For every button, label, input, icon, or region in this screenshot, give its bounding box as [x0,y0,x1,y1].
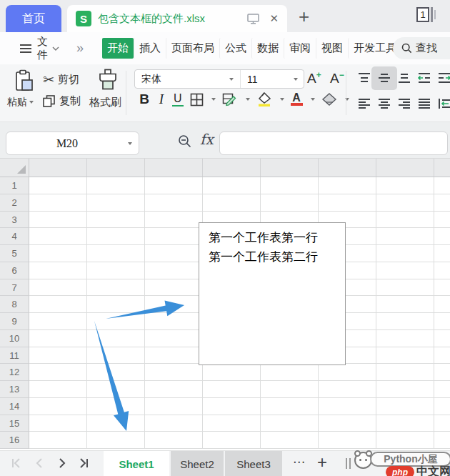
row-cells[interactable] [29,194,450,212]
grid-row[interactable]: 1 [0,177,450,194]
row-header[interactable]: 7 [0,279,29,297]
sheet-tab-sheet3[interactable]: Sheet3 [225,451,282,476]
tab-bar-resize-grip[interactable] [346,458,351,469]
dropdown-caret[interactable] [211,98,216,101]
formula-input[interactable] [219,132,448,155]
cut-button[interactable]: ✂ 剪切 [43,71,79,88]
sheet-list-button[interactable]: ⋯ [293,455,306,470]
grid-row[interactable]: 15 [0,415,450,432]
zoom-magnifier-icon[interactable] [178,134,192,149]
wrap-text-icon[interactable] [437,98,450,109]
next-sheet-icon[interactable] [56,457,69,470]
row-cells[interactable] [29,432,450,449]
tab-insert[interactable]: 插入 [134,38,166,59]
row-cells[interactable] [29,415,450,432]
draw-border-icon[interactable] [222,93,238,106]
row-cells[interactable] [29,364,450,381]
decrease-indent-icon[interactable] [417,72,431,84]
increase-indent-icon[interactable] [437,72,450,84]
share-to-screen-icon[interactable] [247,14,259,24]
font-name-select[interactable]: 宋体 [135,73,219,86]
format-painter-icon[interactable] [98,69,118,91]
valign-middle-icon[interactable] [377,72,391,84]
home-tab[interactable]: 首页 [6,5,61,32]
column-header[interactable] [376,159,434,177]
row-header[interactable]: 12 [0,364,29,381]
sheet-tab-sheet1[interactable]: Sheet1 [104,451,169,476]
column-header[interactable] [261,159,319,177]
cell-name-box[interactable]: M20 [6,132,139,155]
row-header[interactable]: 4 [0,228,29,245]
decrease-font-size-button[interactable]: A− [330,70,344,86]
chevron-down-icon[interactable] [52,46,59,51]
insert-function-button[interactable]: fx [200,131,214,148]
tab-formulas[interactable]: 公式 [219,38,251,59]
format-painter-button[interactable]: 格式刷 [89,96,121,109]
paste-icon[interactable] [11,69,36,94]
paste-button[interactable]: 粘贴 [7,96,34,109]
dropdown-caret[interactable] [294,78,298,81]
first-sheet-icon[interactable] [10,457,23,470]
row-header[interactable]: 8 [0,296,29,313]
row-header[interactable]: 6 [0,262,29,279]
column-header[interactable] [87,159,145,177]
tab-data[interactable]: 数据 [251,38,284,59]
column-header[interactable] [29,159,87,177]
grid-row[interactable]: 16 [0,432,450,449]
grid-row[interactable]: 13 [0,381,450,398]
row-header[interactable]: 5 [0,245,29,262]
tab-page-layout[interactable]: 页面布局 [166,38,219,59]
select-all-corner[interactable] [0,159,29,177]
worksheet-textbox[interactable]: 第一个工作表第一行 第一个工作表第二行 [199,222,346,365]
bold-button[interactable]: B [138,91,151,107]
dropdown-caret[interactable] [246,98,250,101]
search-box[interactable]: 查找 [393,37,450,59]
column-header[interactable] [319,159,376,177]
align-right-icon[interactable] [397,98,411,109]
valign-top-icon[interactable] [357,72,371,84]
row-header[interactable]: 9 [0,313,29,330]
row-header[interactable]: 15 [0,415,29,432]
justify-icon[interactable] [417,98,431,109]
dropdown-caret[interactable] [128,142,132,145]
dropdown-caret[interactable] [280,98,284,101]
increase-font-size-button[interactable]: A+ [307,70,321,86]
row-cells[interactable] [29,177,450,194]
italic-button[interactable]: I [157,91,166,107]
tab-review[interactable]: 审阅 [284,38,316,59]
valign-bottom-icon[interactable] [397,72,411,84]
grid-row[interactable]: 14 [0,398,450,415]
add-sheet-button[interactable]: + [317,452,327,472]
row-header[interactable]: 13 [0,381,29,398]
previous-sheet-icon[interactable] [33,457,46,470]
borders-icon[interactable] [190,93,204,106]
font-color-icon[interactable]: A [291,93,303,106]
window-count-badge[interactable]: 1 [416,7,436,22]
fill-color-icon[interactable] [256,92,272,106]
expand-toolbar-button[interactable]: » [76,41,84,56]
document-tab[interactable]: S 包含文本框的文件.xlsx ✕ [67,5,287,32]
row-header[interactable]: 2 [0,194,29,212]
row-header[interactable]: 14 [0,398,29,415]
file-menu[interactable]: 文件 [37,35,48,62]
align-left-icon[interactable] [357,98,371,109]
row-header[interactable]: 16 [0,432,29,449]
dropdown-caret[interactable] [229,78,234,81]
eraser-icon[interactable] [321,93,337,106]
grid-row[interactable]: 2 [0,194,450,212]
row-header[interactable]: 3 [0,212,29,229]
row-header[interactable]: 1 [0,177,29,194]
grid-row[interactable]: 12 [0,364,450,381]
row-cells[interactable] [29,398,450,415]
column-header[interactable] [145,159,203,177]
hamburger-menu-icon[interactable] [20,44,31,53]
dropdown-caret[interactable] [311,98,315,101]
new-tab-button[interactable]: + [299,6,309,28]
row-cells[interactable] [29,381,450,398]
tab-view[interactable]: 视图 [316,38,348,59]
tab-home[interactable]: 开始 [102,38,134,59]
copy-button[interactable]: 复制 [43,94,81,108]
underline-button[interactable]: U [172,92,184,106]
column-header[interactable] [203,159,261,177]
align-center-icon[interactable] [377,98,391,109]
